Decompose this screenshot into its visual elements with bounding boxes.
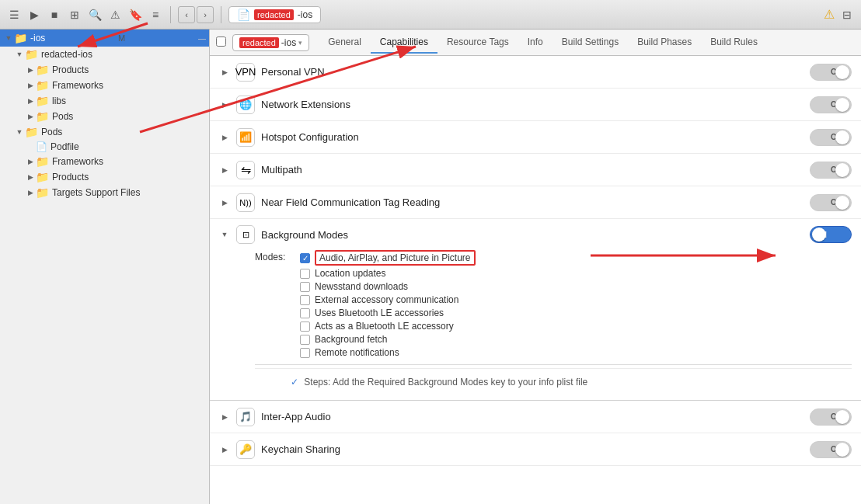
interapp-icon-glyph: 🎵 [239, 411, 252, 422]
sidebar-item-products[interactable]: ▶ 📁 Products [0, 62, 209, 78]
mode-checkbox-newsstand[interactable] [300, 282, 310, 292]
bgmodes-toggle[interactable]: ON [810, 226, 852, 243]
multipath-disclosure[interactable]: ▶ [219, 165, 230, 176]
divider2 [221, 6, 221, 23]
warning-badge-icon[interactable]: ⚠ [824, 7, 835, 22]
libs-disc: ▶ [25, 96, 36, 106]
tab-build-settings[interactable]: Build Settings [553, 32, 628, 54]
mode-checkbox-remote-notif[interactable] [300, 348, 310, 358]
cap-header-interapp: ▶ 🎵 Inter-App Audio OFF [219, 408, 852, 426]
fw-icon: 📁 [36, 79, 49, 92]
mode-checkbox-location[interactable] [300, 269, 310, 279]
pods-fw-label: Frameworks [52, 156, 103, 167]
nfc-toggle[interactable]: OFF [810, 194, 852, 211]
root-label: -ios [30, 33, 45, 43]
tab-build-phases[interactable]: Build Phases [628, 32, 701, 54]
capability-row-network: ▶ 🌐 Network Extensions OFF [210, 89, 861, 121]
tab-info[interactable]: Info [518, 32, 553, 54]
keychain-icon-glyph: 🔑 [239, 443, 252, 455]
network-disclosure[interactable]: ▶ [219, 99, 230, 110]
sidebar-item-frameworks[interactable]: ▶ 📁 Frameworks [0, 78, 209, 93]
tab-general[interactable]: General [319, 32, 371, 54]
scheme-icon[interactable]: ⊞ [67, 7, 82, 23]
sidebar-item-pods-fw[interactable]: ▶ 📁 Frameworks [0, 154, 209, 169]
bgmodes-icon-glyph: ⊡ [242, 230, 249, 240]
toolbar: ☰ ▶ ■ ⊞ 🔍 ⚠ 🔖 ≡ ‹ › 📄 redacted -ios ⚠ ⊟ [0, 0, 861, 30]
back-button[interactable]: ‹ [178, 6, 195, 23]
podfile-label: Podfile [51, 141, 79, 152]
modes-list: ✓ Audio, AirPlay, and Picture in Picture… [300, 250, 476, 358]
bgmodes-disclosure[interactable]: ▼ [219, 229, 230, 240]
list-icon[interactable]: ≡ [148, 7, 163, 23]
multipath-toggle[interactable]: OFF [810, 162, 852, 179]
keychain-disclosure[interactable]: ▶ [219, 444, 230, 455]
mode-item-location: Location updates [300, 268, 476, 279]
keychain-toggle[interactable]: OFF [810, 441, 852, 458]
interapp-name: Inter-App Audio [261, 411, 810, 422]
hotspot-toggle[interactable]: OFF [810, 129, 852, 146]
vpn-toggle[interactable]: OFF [810, 64, 852, 81]
sidebar-item-pods-products[interactable]: ▶ 📁 Products [0, 169, 209, 185]
multipath-icon: ⇋ [236, 161, 255, 179]
network-icon-glyph: 🌐 [239, 99, 252, 110]
pods-group-disc: ▼ [14, 127, 25, 137]
mode-checkbox-external[interactable] [300, 295, 310, 305]
build-icon[interactable]: ▶ [26, 7, 42, 23]
multipath-name: Multipath [261, 164, 810, 176]
mode-item-bluetooth-le: Uses Bluetooth LE accessories [300, 308, 476, 318]
mode-label-remote-notif: Remote notifications [315, 347, 399, 358]
mode-checkbox-bluetooth-central[interactable] [300, 322, 310, 332]
nfc-disclosure[interactable]: ▶ [219, 197, 230, 208]
cap-header-vpn: ▶ VPN Personal VPN OFF [219, 63, 852, 82]
forward-button[interactable]: › [197, 6, 214, 23]
bookmark-icon[interactable]: 🔖 [127, 7, 143, 23]
tab-resource-tags[interactable]: Resource Tags [437, 32, 518, 54]
ios-folder-icon: 📁 [25, 48, 38, 61]
tab-suffix: -ios [298, 9, 312, 20]
sidebar-toggle-icon[interactable]: ☰ [6, 7, 22, 23]
cap-header-network: ▶ 🌐 Network Extensions OFF [219, 96, 852, 114]
ios-disclosure: ▼ [14, 49, 25, 60]
target-selector[interactable]: redacted -ios ▾ [232, 34, 309, 51]
hotspot-icon-glyph: 📶 [239, 131, 252, 143]
pods-child-label: Pods [52, 111, 73, 122]
sidebar-item-pods-child[interactable]: ▶ 📁 Pods [0, 109, 209, 124]
search-icon[interactable]: 🔍 [87, 7, 103, 23]
network-toggle[interactable]: OFF [810, 96, 852, 113]
sidebar-root-item[interactable]: ▼ 📁 -ios M — [0, 30, 209, 47]
vpn-disclosure[interactable]: ▶ [219, 67, 230, 78]
mode-checkbox-bg-fetch[interactable] [300, 335, 310, 345]
mode-checkbox-audio[interactable]: ✓ [300, 253, 310, 263]
pods-fw-disc: ▶ [25, 156, 36, 167]
pods-child-disc: ▶ [25, 111, 36, 122]
products-icon: 📁 [36, 64, 49, 76]
capability-row-multipath: ▶ ⇋ Multipath OFF [210, 154, 861, 186]
modes-label: Modes: [255, 250, 294, 262]
nfc-toggle-knob [835, 196, 849, 210]
sidebar-collapse[interactable]: — [198, 34, 206, 43]
hotspot-disclosure[interactable]: ▶ [219, 132, 230, 143]
panel-toggle-icon[interactable]: ⊟ [839, 7, 855, 23]
target-checkbox[interactable] [216, 36, 226, 47]
main-layout: ▼ 📁 -ios M — ▼ 📁 redacted-ios ▶ 📁 Produc… [0, 30, 861, 504]
tab-build-rules[interactable]: Build Rules [701, 32, 767, 54]
stop-icon[interactable]: ■ [47, 7, 62, 23]
sidebar-item-libs[interactable]: ▶ 📁 libs [0, 93, 209, 109]
sidebar-item-targets[interactable]: ▶ 📁 Targets Support Files [0, 185, 209, 200]
mode-checkbox-bluetooth-le[interactable] [300, 308, 310, 318]
pods-prod-disc: ▶ [25, 172, 36, 182]
checkbox-area[interactable] [216, 36, 226, 49]
interapp-toggle[interactable]: OFF [810, 408, 852, 426]
warning-icon[interactable]: ⚠ [107, 7, 123, 23]
interapp-disclosure[interactable]: ▶ [219, 412, 230, 422]
tab-capabilities[interactable]: Capabilities [371, 32, 437, 54]
sidebar-item-ios-child[interactable]: ▼ 📁 redacted-ios [0, 47, 209, 62]
mode-item-audio: ✓ Audio, AirPlay, and Picture in Picture [300, 250, 476, 266]
sidebar-item-pods-group[interactable]: ▼ 📁 Pods [0, 124, 209, 140]
cap-header-bgmodes: ▼ ⊡ Background Modes ON [219, 225, 852, 244]
sidebar-item-podfile[interactable]: ▶ 📄 Podfile [0, 140, 209, 154]
mode-item-bluetooth-central: Acts as a Bluetooth LE accessory [300, 321, 476, 332]
network-icon: 🌐 [236, 96, 255, 114]
steps-check-icon: ✓ [291, 377, 298, 388]
mode-item-remote-notif: Remote notifications [300, 347, 476, 358]
